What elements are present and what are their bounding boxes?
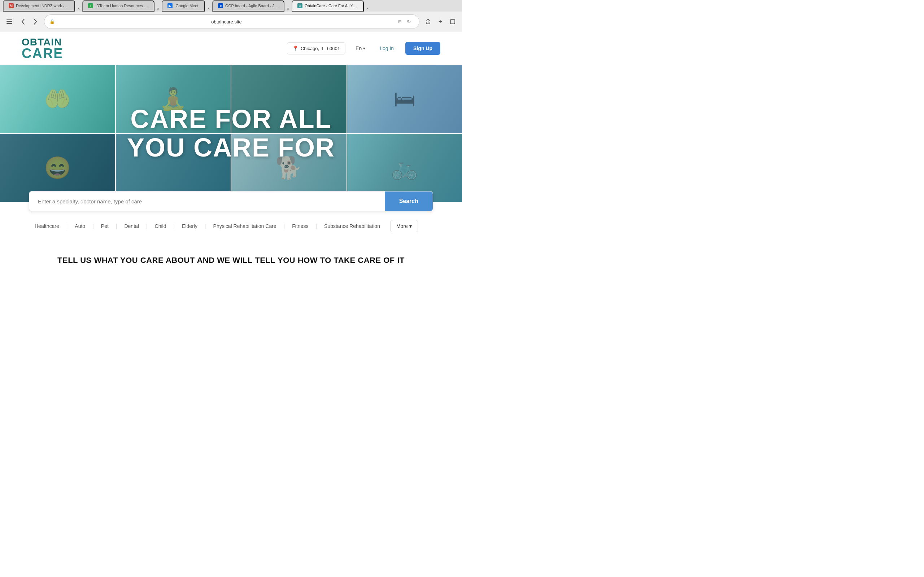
browser-toolbar: 🔒 ⊞ ↻ +: [0, 11, 462, 32]
tagline-section: TELL US WHAT YOU CARE ABOUT AND WE WILL …: [0, 241, 462, 272]
hero-photo-3-icon: [231, 65, 347, 133]
separator-6: |: [205, 223, 206, 229]
separator-3: |: [116, 223, 117, 229]
search-input[interactable]: [29, 192, 385, 211]
category-nav: Healthcare | Auto | Pet | Dental | Child…: [0, 211, 462, 241]
separator-5: |: [173, 223, 175, 229]
category-elderly[interactable]: Elderly: [176, 220, 203, 232]
tab-jira-label: OCP board - Agile Board - Jira: [225, 3, 279, 8]
search-button[interactable]: Search: [385, 192, 433, 211]
separator-7: |: [284, 223, 285, 229]
login-button[interactable]: Log In: [375, 43, 398, 54]
tab-jira[interactable]: ◈ OCP board - Agile Board - Jira: [212, 0, 284, 11]
search-bar: Search: [29, 191, 433, 211]
category-dental[interactable]: Dental: [118, 220, 144, 232]
tab-obtaincare-close[interactable]: ×: [365, 6, 370, 11]
tab-obtaincare[interactable]: ⊕ ObtainCare - Care For All You Care...: [292, 0, 364, 11]
search-section: Search: [0, 191, 462, 211]
share-button[interactable]: [423, 16, 433, 27]
reload-button[interactable]: ↻: [404, 16, 414, 27]
category-healthcare[interactable]: Healthcare: [29, 220, 65, 232]
back-button[interactable]: [18, 16, 28, 27]
separator-4: |: [146, 223, 148, 229]
hero-section: 🤲 🧘 🛏 😄 🐕 🚲: [0, 65, 462, 202]
category-auto[interactable]: Auto: [69, 220, 91, 232]
category-fitness[interactable]: Fitness: [286, 220, 314, 232]
hero-photo-4-icon: 🛏: [347, 65, 462, 133]
more-dropdown-label: More: [396, 223, 408, 229]
hero-photo-1: 🤲: [0, 65, 115, 133]
tab-dteam-label: :DTeam Human Resources and Pro...: [95, 3, 149, 8]
svg-rect-2: [6, 23, 12, 24]
category-substance-rehab[interactable]: Substance Rehabilitation: [318, 220, 386, 232]
forward-button[interactable]: [30, 16, 40, 27]
more-dropdown-chevron-icon: ▾: [409, 223, 412, 229]
tab-dteam-close[interactable]: ×: [155, 6, 161, 11]
hero-photo-2-icon: 🧘: [116, 65, 231, 133]
website-content: OBTAIN CARE 📍 Chicago, IL, 60601 En ▾ Lo…: [0, 32, 462, 272]
category-pet[interactable]: Pet: [95, 220, 115, 232]
signup-button[interactable]: Sign Up: [405, 42, 440, 55]
obtaincare-favicon: ⊕: [297, 3, 302, 8]
hero-photo-grid: 🤲 🧘 🛏 😄 🐕 🚲: [0, 65, 462, 202]
address-bar-container[interactable]: 🔒 ⊞ ↻: [44, 15, 419, 29]
tab-gmail-label: Development INDRZ work - maria...: [16, 3, 69, 8]
navbar-right: 📍 Chicago, IL, 60601 En ▾ Log In Sign Up: [287, 42, 440, 55]
browser-chrome: M Development INDRZ work - maria... × + …: [0, 0, 462, 32]
hero-photo-3: [231, 65, 347, 133]
svg-rect-0: [6, 19, 12, 20]
tab-dteam[interactable]: + :DTeam Human Resources and Pro...: [82, 0, 155, 11]
separator-1: |: [66, 223, 68, 229]
separator-2: |: [92, 223, 94, 229]
reader-mode-icon[interactable]: ⊞: [398, 19, 402, 24]
navbar: OBTAIN CARE 📍 Chicago, IL, 60601 En ▾ Lo…: [0, 32, 462, 65]
hero-photo-2: 🧘: [116, 65, 231, 133]
browser-actions: +: [423, 16, 458, 27]
language-chevron-icon: ▾: [363, 46, 365, 51]
address-bar-input[interactable]: [57, 19, 396, 24]
sidebar-toggle-button[interactable]: [4, 16, 15, 27]
logo-care-text: CARE: [22, 47, 63, 60]
dteam-favicon: +: [88, 3, 93, 8]
tagline-text: TELL US WHAT YOU CARE ABOUT AND WE WILL …: [29, 256, 433, 265]
location-pin-icon: 📍: [292, 45, 299, 51]
tab-meet-close[interactable]: ×: [206, 6, 212, 11]
gmail-favicon: M: [9, 3, 14, 8]
tab-obtaincare-label: ObtainCare - Care For All You Care...: [305, 3, 358, 8]
svg-rect-3: [451, 19, 455, 24]
logo[interactable]: OBTAIN CARE: [22, 37, 63, 60]
location-text: Chicago, IL, 60601: [300, 46, 340, 51]
hero-photo-1-icon: 🤲: [0, 65, 115, 133]
tab-meet[interactable]: ▶ Google Meet: [162, 0, 205, 11]
jira-favicon: ◈: [218, 3, 223, 8]
security-shield-icon: 🔒: [50, 19, 55, 24]
meet-favicon: ▶: [168, 3, 173, 8]
separator-8: |: [315, 223, 317, 229]
category-physical-rehab[interactable]: Physical Rehabilitation Care: [208, 220, 282, 232]
hero-photo-4: 🛏: [347, 65, 462, 133]
new-tab-button[interactable]: +: [435, 16, 446, 27]
tab-jira-close[interactable]: ×: [285, 6, 291, 11]
category-child[interactable]: Child: [149, 220, 172, 232]
location-selector[interactable]: 📍 Chicago, IL, 60601: [287, 42, 346, 55]
language-label: En: [355, 45, 362, 51]
tab-gmail[interactable]: M Development INDRZ work - maria...: [3, 0, 75, 11]
language-selector[interactable]: En ▾: [353, 43, 368, 54]
tab-meet-label: Google Meet: [175, 3, 199, 8]
svg-rect-1: [6, 21, 12, 22]
tab-gmail-close[interactable]: ×: [76, 6, 82, 11]
more-dropdown[interactable]: More ▾: [390, 220, 418, 232]
browser-tabs: M Development INDRZ work - maria... × + …: [0, 0, 462, 11]
browser-nav-buttons: [18, 16, 40, 27]
windows-button[interactable]: [447, 16, 458, 27]
